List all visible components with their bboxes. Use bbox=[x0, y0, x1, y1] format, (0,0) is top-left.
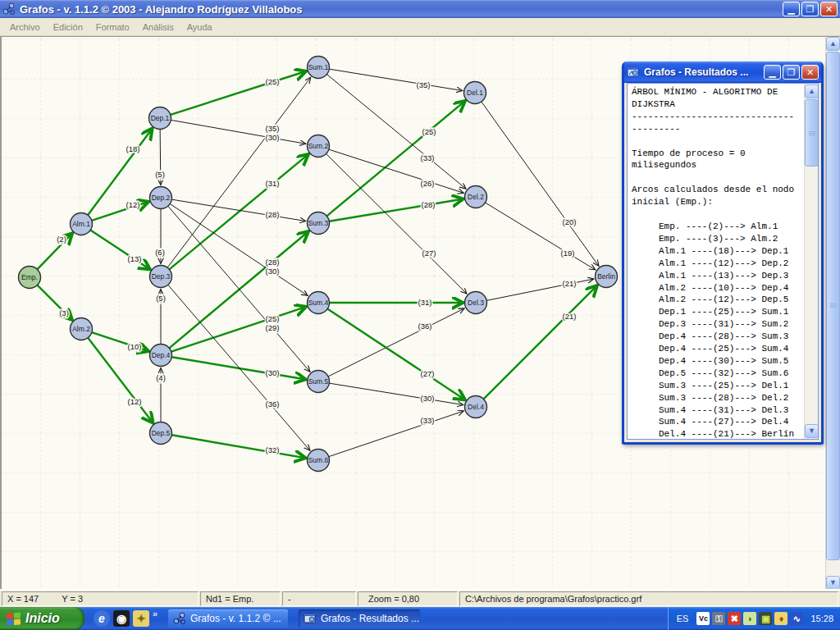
results-window[interactable]: Grafos - Resultados ... ▁ ❐ ✕ ÁRBOL MÍNI… bbox=[622, 62, 824, 445]
desktop: Grafos - v. 1.1.2 © 2003 - Alejandro Rod… bbox=[0, 0, 840, 630]
results-vertical-scrollbar[interactable]: ▲ ▼ bbox=[804, 84, 818, 439]
device-icon[interactable]: ⚿ bbox=[712, 612, 725, 625]
menu-edicion[interactable]: Edición bbox=[47, 20, 89, 34]
results-window-icon bbox=[627, 66, 640, 79]
menu-ayuda[interactable]: Ayuda bbox=[180, 20, 219, 34]
edge-weight-Dep3-Sum2: (31) bbox=[266, 179, 280, 188]
edge-weight-Sum4-Del3: (31) bbox=[418, 298, 432, 307]
edge-weight-Alm2-Dep5: (12) bbox=[128, 397, 142, 406]
node-label-Sum6: Sum.6 bbox=[308, 456, 329, 464]
taskbar-task-grafos[interactable]: Grafos - v. 1.1.2 © ... bbox=[168, 609, 288, 628]
edge-weight-Dep4-Sum5: (30) bbox=[266, 368, 280, 377]
messenger-icon[interactable]: ♦ bbox=[774, 612, 788, 625]
results-titlebar[interactable]: Grafos - Resultados ... ▁ ❐ ✕ bbox=[624, 62, 821, 83]
edge-weight-Alm2-Dep4: (10) bbox=[128, 342, 142, 351]
edge-weight-Dep2-Sum5: (29) bbox=[266, 323, 280, 332]
node-label-Del1: Del.1 bbox=[467, 89, 483, 97]
edge-weight-Dep2-Dep3: (6) bbox=[155, 248, 165, 257]
status-coordinates: X = 147 Y = 3 bbox=[2, 591, 199, 606]
edge-weight-Alm1-Dep1: (18) bbox=[126, 144, 140, 153]
results-restore-button[interactable]: ❐ bbox=[783, 65, 800, 80]
grafos-task-icon bbox=[173, 612, 186, 625]
minimize-button[interactable]: ▁ bbox=[783, 2, 800, 16]
scroll-thumb[interactable] bbox=[826, 52, 840, 560]
edge-weight-Sum1-Del1: (35) bbox=[417, 80, 431, 89]
network-icon[interactable]: ◗ bbox=[743, 612, 756, 625]
status-file-path: C:\Archivos de programa\Grafos\practico.… bbox=[459, 591, 838, 606]
results-scroll-thumb[interactable] bbox=[805, 99, 819, 167]
node-label-Sum5: Sum.5 bbox=[308, 377, 329, 386]
display-icon[interactable]: ▣ bbox=[759, 612, 772, 625]
edge-weight-Dep5-Dep4: (4) bbox=[156, 373, 166, 382]
edge-weight-Sum2-Del2: (26) bbox=[421, 179, 435, 188]
canvas-vertical-scrollbar[interactable]: ▲ ▼ bbox=[825, 37, 840, 590]
edge-weight-Dep3-Sum1: (35) bbox=[266, 124, 280, 133]
results-scroll-up-button[interactable]: ▲ bbox=[805, 84, 819, 98]
vnc-icon[interactable]: Vc bbox=[696, 612, 710, 625]
node-label-Sum1: Sum.1 bbox=[308, 63, 329, 71]
results-title: Grafos - Resultados ... bbox=[644, 66, 762, 78]
node-label-Sum3: Sum.3 bbox=[308, 219, 329, 227]
volume-icon[interactable]: ∿ bbox=[790, 612, 803, 625]
status-y: Y = 3 bbox=[62, 594, 83, 604]
results-text: ÁRBOL MÍNIMO - ALGORITMO DE DIJKSTRA ---… bbox=[628, 84, 818, 440]
edge-weight-Dep2-Sum3: (28) bbox=[266, 210, 280, 219]
results-close-button[interactable]: ✕ bbox=[801, 65, 819, 80]
menu-archivo[interactable]: Archivo bbox=[3, 20, 47, 34]
edge-weight-Dep5-Sum6: (32) bbox=[266, 445, 280, 454]
scroll-down-button[interactable]: ▼ bbox=[826, 576, 840, 590]
keys-icon[interactable]: ✦ bbox=[133, 610, 149, 627]
taskbar: Inicio e◉✦ » Grafos - v. 1.1.2 © ... Gra… bbox=[0, 607, 840, 630]
node-label-Berlin: Berlin bbox=[597, 272, 615, 281]
edge-weight-Sum5-Del3: (36) bbox=[418, 322, 432, 331]
internet-explorer-icon[interactable]: e bbox=[94, 610, 110, 627]
menu-analisis[interactable]: Análisis bbox=[136, 20, 180, 34]
status-zoom: Zoom = 0,80 bbox=[358, 591, 458, 606]
edge-weight-Del4-Berlin: (21) bbox=[563, 312, 577, 321]
node-label-Dep3: Dep.3 bbox=[152, 272, 171, 281]
close-button[interactable]: ✕ bbox=[820, 2, 838, 16]
start-label: Inicio bbox=[25, 611, 60, 626]
start-button[interactable]: Inicio bbox=[0, 607, 84, 630]
edge-weight-Alm1-Dep3: (13) bbox=[128, 254, 142, 263]
node-label-Alm2: Alm.2 bbox=[72, 325, 90, 333]
menu-formato[interactable]: Formato bbox=[89, 20, 136, 34]
status-bar: X = 147 Y = 3 Nd1 = Emp. - Zoom = 0,80 C… bbox=[0, 589, 840, 607]
edge-weight-Alm1-Dep2: (12) bbox=[126, 200, 140, 209]
alert-icon[interactable]: ✖ bbox=[728, 612, 741, 625]
edge-weight-Dep2-Sum4: (30) bbox=[266, 267, 280, 276]
node-label-Dep4: Dep.4 bbox=[152, 351, 171, 359]
edge-weight-Sum6-Del4: (33) bbox=[421, 416, 435, 425]
edge-weight-Sum3-Del1: (25) bbox=[422, 127, 436, 136]
system-tray: ES Vc⚿✖◗▣♦∿ 15:28 bbox=[668, 607, 840, 630]
task-label: Grafos - Resultados ... bbox=[321, 613, 419, 624]
tray-icons: Vc⚿✖◗▣♦∿ bbox=[696, 612, 806, 625]
edge-weight-Dep4-Dep3: (5) bbox=[156, 294, 166, 303]
edge-weight-Dep1-Sum1: (25) bbox=[266, 77, 280, 86]
quick-launch-chevron-icon[interactable]: » bbox=[153, 609, 158, 619]
node-label-Del3: Del.3 bbox=[468, 299, 484, 307]
scroll-grip bbox=[830, 304, 837, 304]
node-label-Alm1: Alm.1 bbox=[72, 220, 90, 228]
results-task-icon bbox=[304, 612, 317, 625]
edge-weight-Dep1-Sum2: (30) bbox=[266, 133, 280, 142]
language-indicator[interactable]: ES bbox=[677, 614, 689, 623]
media-player-icon[interactable]: ◉ bbox=[113, 610, 130, 627]
edge-weight-Dep4-Sum3: (28) bbox=[266, 258, 280, 267]
edge-weight-Del3-Berlin: (21) bbox=[563, 279, 577, 288]
task-label: Grafos - v. 1.1.2 © ... bbox=[190, 613, 281, 624]
grafos-app-icon bbox=[2, 2, 16, 16]
scroll-up-button[interactable]: ▲ bbox=[826, 37, 840, 51]
results-minimize-button[interactable]: ▁ bbox=[764, 65, 781, 80]
results-text-area[interactable]: ÁRBOL MÍNIMO - ALGORITMO DE DIJKSTRA ---… bbox=[627, 83, 819, 440]
taskbar-task-resultados[interactable]: Grafos - Resultados ... bbox=[299, 609, 420, 628]
main-window-titlebar[interactable]: Grafos - v. 1.1.2 © 2003 - Alejandro Rod… bbox=[0, 0, 840, 18]
results-scroll-down-button[interactable]: ▼ bbox=[805, 424, 819, 438]
clock: 15:28 bbox=[810, 614, 833, 623]
restore-button[interactable]: ❐ bbox=[801, 2, 819, 16]
edge-weight-Emp-Alm2: (3) bbox=[59, 308, 69, 317]
results-scroll-grip bbox=[809, 131, 815, 132]
edge-weight-Sum1-Del2: (33) bbox=[421, 153, 435, 162]
node-label-Emp: Emp. bbox=[21, 273, 38, 281]
node-label-Sum2: Sum.2 bbox=[308, 142, 329, 150]
